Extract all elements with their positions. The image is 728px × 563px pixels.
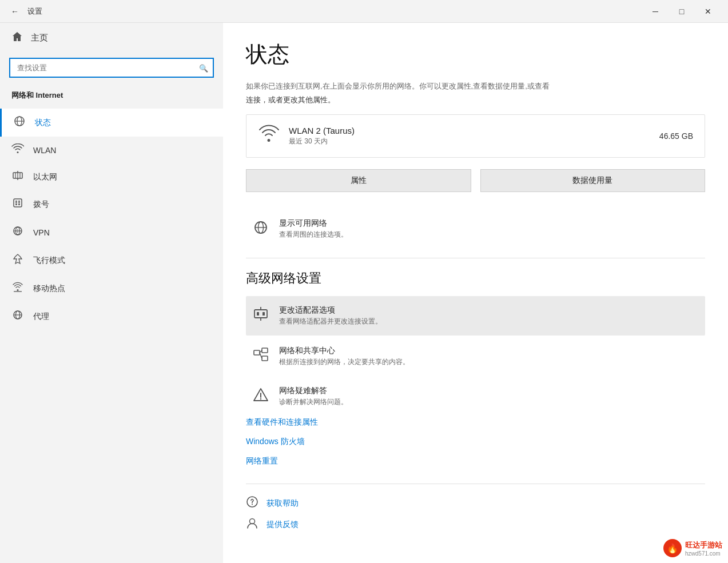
help-section: 获取帮助 提供反馈 — [246, 484, 705, 532]
network-info-text2: 连接，或者更改其他属性。 — [246, 94, 705, 106]
adapter-title: 更改适配器选项 — [279, 305, 382, 316]
maximize-button[interactable]: □ — [669, 0, 695, 23]
feedback-item[interactable]: 提供反馈 — [246, 517, 705, 532]
sidebar-label-wlan: WLAN — [33, 146, 56, 155]
svg-rect-32 — [254, 350, 260, 355]
hotspot-icon — [11, 281, 24, 296]
sidebar-item-status[interactable]: 状态 — [0, 109, 223, 137]
troubleshoot-title: 网络疑难解答 — [279, 386, 348, 396]
svg-rect-31 — [262, 312, 265, 316]
status-icon — [13, 115, 26, 130]
svg-rect-14 — [15, 204, 17, 205]
help-icon — [246, 496, 258, 511]
sidebar-label-status: 状态 — [35, 118, 51, 128]
adapter-icon — [253, 306, 269, 325]
network-subtitle: 最近 30 天内 — [289, 137, 355, 146]
adapter-options-item[interactable]: 更改适配器选项 查看网络适配器并更改连接设置。 — [246, 296, 705, 336]
titlebar: ← 设置 ─ □ ✕ — [0, 0, 728, 23]
sidebar-label-vpn: VPN — [33, 228, 50, 237]
close-button[interactable]: ✕ — [695, 0, 721, 23]
sharing-text: 网络和共享中心 根据所连接到的网络，决定要共享的内容。 — [279, 346, 409, 367]
content-area: 状态 如果你已连接到互联网,在上面会显示你所用的网络。你可以更改属性,查看数据使… — [223, 23, 728, 563]
sharing-icon — [253, 347, 269, 365]
svg-rect-11 — [18, 201, 20, 202]
watermark-text: 旺达手游站 hzwd571.com — [685, 540, 722, 557]
back-button[interactable]: ← — [7, 3, 23, 19]
sidebar-item-dialup[interactable]: 拨号 — [0, 190, 223, 218]
network-info: WLAN 2 (Taurus) 最近 30 天内 — [289, 126, 355, 146]
network-card: WLAN 2 (Taurus) 最近 30 天内 46.65 GB — [246, 114, 705, 158]
reset-link[interactable]: 网络重置 — [246, 456, 705, 466]
troubleshoot-item[interactable]: 网络疑难解答 诊断并解决网络问题。 — [246, 377, 705, 416]
sidebar-item-home[interactable]: 主页 — [0, 23, 223, 53]
svg-line-36 — [260, 353, 262, 358]
feedback-icon — [246, 517, 258, 532]
network-card-left: WLAN 2 (Taurus) 最近 30 天内 — [258, 124, 355, 148]
page-title: 状态 — [246, 40, 705, 69]
svg-rect-12 — [15, 202, 17, 203]
sidebar: 主页 🔍 网络和 Internet 状态 — [0, 23, 223, 563]
watermark-line2: hzwd571.com — [685, 550, 722, 557]
ethernet-icon — [11, 170, 24, 183]
adapter-desc: 查看网络适配器并更改连接设置。 — [279, 317, 382, 326]
properties-button[interactable]: 属性 — [246, 169, 471, 192]
search-input[interactable] — [9, 58, 214, 78]
watermark: 🔥 旺达手游站 hzwd571.com — [663, 539, 722, 557]
watermark-line1: 旺达手游站 — [685, 540, 722, 550]
sidebar-item-vpn[interactable]: VPN — [0, 218, 223, 246]
sidebar-nav: 状态 WLAN — [0, 106, 223, 335]
action-buttons: 属性 数据使用量 — [246, 169, 705, 192]
help-link[interactable]: 获取帮助 — [266, 498, 299, 509]
network-info-text: 如果你已连接到互联网,在上面会显示你所用的网络。你可以更改属性,查看数据使用量,… — [246, 81, 705, 92]
vpn-icon — [11, 225, 24, 239]
svg-point-40 — [252, 504, 253, 505]
app-body: 主页 🔍 网络和 Internet 状态 — [0, 23, 728, 563]
svg-rect-27 — [254, 310, 267, 318]
help-item[interactable]: 获取帮助 — [246, 496, 705, 511]
sidebar-label-dialup: 拨号 — [33, 199, 49, 210]
troubleshoot-text: 网络疑难解答 诊断并解决网络问题。 — [279, 386, 348, 407]
hardware-link[interactable]: 查看硬件和连接属性 — [246, 417, 705, 428]
advanced-section-heading: 高级网络设置 — [246, 270, 705, 287]
show-networks-icon — [253, 219, 269, 239]
feedback-link[interactable]: 提供反馈 — [266, 520, 299, 530]
svg-rect-9 — [14, 199, 22, 207]
svg-point-38 — [260, 398, 261, 400]
home-label: 主页 — [31, 33, 48, 43]
show-networks-desc: 查看周围的连接选项。 — [279, 230, 348, 239]
svg-rect-30 — [257, 312, 259, 316]
sidebar-label-ethernet: 以太网 — [33, 172, 57, 182]
sidebar-item-wlan[interactable]: WLAN — [0, 137, 223, 163]
show-networks-item[interactable]: 显示可用网络 查看周围的连接选项。 — [246, 209, 705, 249]
sharing-title: 网络和共享中心 — [279, 346, 409, 356]
proxy-icon — [11, 309, 24, 324]
sidebar-label-airplane: 飞行模式 — [33, 255, 65, 266]
svg-rect-34 — [262, 356, 268, 361]
wlan-icon — [11, 143, 24, 157]
minimize-button[interactable]: ─ — [642, 0, 669, 23]
adapter-text: 更改适配器选项 查看网络适配器并更改连接设置。 — [279, 305, 382, 326]
app-title: 设置 — [27, 6, 42, 17]
home-icon — [11, 31, 23, 45]
airplane-icon — [11, 253, 24, 267]
sidebar-section-label: 网络和 Internet — [0, 87, 223, 106]
sidebar-item-hotspot[interactable]: 移动热点 — [0, 274, 223, 302]
search-box[interactable]: 🔍 — [9, 58, 214, 78]
network-name: WLAN 2 (Taurus) — [289, 126, 355, 135]
svg-rect-13 — [18, 202, 20, 203]
section-divider — [246, 258, 705, 258]
svg-rect-33 — [262, 348, 268, 353]
window-controls: ─ □ ✕ — [642, 0, 721, 23]
firewall-link[interactable]: Windows 防火墙 — [246, 437, 705, 447]
dialup-icon — [11, 197, 24, 211]
data-usage-button[interactable]: 数据使用量 — [480, 169, 706, 192]
watermark-icon: 🔥 — [663, 539, 682, 557]
troubleshoot-icon — [253, 387, 269, 406]
sidebar-item-proxy[interactable]: 代理 — [0, 302, 223, 330]
sidebar-item-airplane[interactable]: 飞行模式 — [0, 246, 223, 274]
sharing-center-item[interactable]: 网络和共享中心 根据所连接到的网络，决定要共享的内容。 — [246, 337, 705, 376]
sharing-desc: 根据所连接到的网络，决定要共享的内容。 — [279, 357, 409, 367]
sidebar-label-hotspot: 移动热点 — [33, 284, 65, 294]
sidebar-item-ethernet[interactable]: 以太网 — [0, 163, 223, 190]
troubleshoot-desc: 诊断并解决网络问题。 — [279, 397, 348, 407]
